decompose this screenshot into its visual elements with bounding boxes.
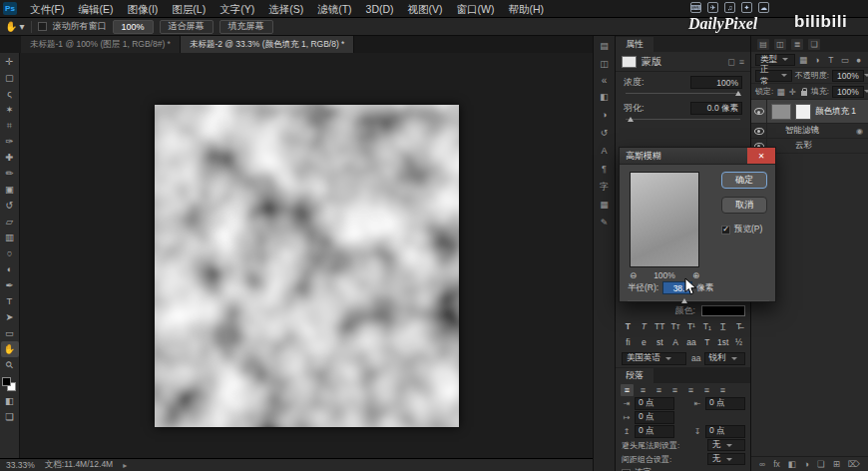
panel-menu-icon[interactable]: ≡ — [739, 57, 744, 67]
glyphs-panel-icon[interactable]: 字 — [597, 180, 613, 194]
clouds-filter-label[interactable]: 云彩 — [795, 140, 812, 152]
healing-brush-tool[interactable]: ✚ — [1, 150, 19, 166]
mask-mode-icon[interactable]: ◻ — [727, 57, 734, 67]
document-tab-untitled2[interactable]: 未标题-2 @ 33.3% (颜色填充 1, RGB/8) * — [181, 36, 355, 53]
filter-pixel-layers-icon[interactable]: ▦ — [798, 55, 809, 65]
collapse-panels-icon[interactable]: « — [602, 75, 608, 86]
opacity-select[interactable]: 100% — [832, 70, 864, 82]
paths-tab-icon[interactable]: ≣ — [791, 39, 803, 50]
swatches-panel-icon[interactable]: ▦ — [597, 198, 613, 212]
visibility-cell[interactable] — [751, 124, 767, 138]
lock-position-icon[interactable]: ✛ — [788, 87, 797, 97]
move-tool[interactable]: ✛ — [1, 54, 19, 70]
underline-button[interactable]: T̲ — [716, 319, 729, 333]
menu-filter[interactable]: 滤镜(T) — [310, 0, 358, 18]
menu-type[interactable]: 文字(Y) — [213, 0, 261, 18]
menu-image[interactable]: 图像(I) — [120, 0, 165, 18]
menu-edit[interactable]: 编辑(E) — [71, 0, 120, 18]
cancel-button[interactable]: 取消 — [721, 197, 767, 214]
density-slider-thumb[interactable] — [735, 91, 741, 96]
ok-button[interactable]: 确定 — [721, 172, 767, 189]
paragraph-styles-panel-icon[interactable]: ¶ — [597, 162, 613, 176]
lock-transparency-icon[interactable]: ▦ — [776, 87, 785, 97]
foreground-color-swatch[interactable] — [2, 377, 11, 386]
zoom-100-button[interactable]: 100% — [113, 20, 154, 34]
justify-last-right-button[interactable]: ≡ — [700, 384, 713, 396]
justify-last-left-button[interactable]: ≡ — [668, 384, 681, 396]
screen-mode-button[interactable]: ❏ — [1, 409, 19, 425]
visibility-cell[interactable] — [751, 100, 767, 123]
layer-name[interactable]: 颜色填充 1 — [815, 106, 856, 118]
fill-select[interactable]: 100% — [832, 86, 864, 98]
eraser-tool[interactable]: ▱ — [1, 214, 19, 230]
feather-input[interactable]: 0.0 像素 — [690, 102, 742, 115]
document-image[interactable] — [155, 105, 459, 427]
filter-shape-layers-icon[interactable]: ▭ — [839, 55, 850, 65]
layer-row-color-fill[interactable]: 颜色填充 1 — [751, 100, 868, 124]
filter-type-layers-icon[interactable]: T — [825, 55, 836, 65]
radius-slider-thumb[interactable] — [681, 298, 687, 303]
zoom-level[interactable]: 33.33% — [6, 460, 35, 470]
text-color-swatch[interactable] — [701, 305, 745, 316]
new-adjustment-layer-icon[interactable]: ◑ — [804, 459, 809, 469]
color-panel-icon[interactable]: ◧ — [597, 90, 613, 104]
superscript-button[interactable]: T¹ — [685, 319, 698, 333]
character-styles-panel-icon[interactable]: A — [597, 144, 613, 158]
new-group-icon[interactable]: ❏ — [817, 459, 825, 469]
clone-stamp-tool[interactable]: ▣ — [1, 182, 19, 198]
feather-slider-thumb[interactable] — [628, 117, 634, 122]
tab-paragraph[interactable]: 段落 — [616, 368, 653, 383]
align-left-button[interactable]: ≡ — [621, 384, 634, 396]
quick-selection-tool[interactable]: ✶ — [1, 102, 19, 118]
density-slider[interactable] — [626, 90, 740, 98]
feather-slider[interactable] — [626, 116, 740, 124]
language-select[interactable]: 美国英语 — [622, 352, 686, 365]
small-caps-button[interactable]: Tт — [669, 319, 682, 333]
first-line-indent-input[interactable]: 0 点 — [635, 411, 674, 424]
space-before-input[interactable]: 0 点 — [635, 425, 674, 438]
color-swatches[interactable] — [2, 377, 18, 393]
anti-alias-select[interactable]: 锐利 — [704, 352, 745, 365]
blur-preview-thumbnail[interactable] — [630, 172, 699, 267]
delete-layer-icon[interactable]: ⌦ — [848, 459, 860, 469]
strikethrough-button[interactable]: T̶ — [732, 319, 745, 333]
justify-last-center-button[interactable]: ≡ — [684, 384, 697, 396]
menu-select[interactable]: 选择(S) — [261, 0, 310, 18]
hand-tool[interactable]: ✋ — [1, 341, 19, 357]
smart-filter-badge-icon[interactable]: ◉ — [856, 127, 863, 136]
add-mask-icon[interactable]: ◧ — [788, 459, 796, 469]
channels-tab-icon[interactable]: ◫ — [774, 39, 786, 50]
fractions-button[interactable]: ½ — [732, 335, 745, 349]
lasso-tool[interactable]: ς — [1, 86, 19, 102]
mojikumi-select[interactable]: 无 — [707, 453, 745, 465]
all-caps-button[interactable]: TT — [653, 319, 666, 333]
menu-window[interactable]: 窗口(W) — [450, 0, 502, 18]
adjustments-panel-icon[interactable]: ◑ — [597, 108, 613, 122]
eyedropper-tool[interactable]: ✑ — [1, 134, 19, 150]
ligatures-button[interactable]: fi — [622, 335, 635, 349]
filter-smart-objects-icon[interactable]: ● — [853, 55, 864, 65]
brush-tool[interactable]: ✏ — [1, 166, 19, 182]
gradient-tool[interactable]: ▥ — [1, 230, 19, 245]
status-options-arrow-icon[interactable]: ▸ — [123, 461, 127, 470]
libraries-tab-icon[interactable]: ❏ — [808, 39, 820, 50]
path-selection-tool[interactable]: ➤ — [1, 309, 19, 325]
align-right-button[interactable]: ≡ — [652, 384, 665, 396]
titling-alternates-button[interactable]: T — [700, 335, 713, 349]
layer-mask-thumbnail[interactable] — [795, 104, 811, 120]
zoom-out-icon[interactable]: ⊖ — [630, 270, 637, 280]
scroll-all-windows-checkbox[interactable] — [38, 22, 47, 31]
new-layer-icon[interactable]: ⊞ — [833, 459, 840, 469]
subscript-button[interactable]: T₁ — [700, 319, 713, 333]
fit-screen-button[interactable]: 适合屏幕 — [160, 20, 214, 34]
quick-mask-button[interactable]: ◧ — [1, 393, 19, 409]
mask-thumbnail-icon[interactable] — [622, 56, 637, 68]
menu-3d[interactable]: 3D(D) — [359, 0, 401, 18]
indent-right-input[interactable]: 0 点 — [705, 397, 745, 410]
smart-filter-label[interactable]: 智能滤镜 — [785, 125, 819, 137]
type-tool[interactable]: T — [1, 293, 19, 309]
density-input[interactable]: 100% — [690, 76, 742, 89]
menu-layer[interactable]: 图层(L) — [165, 0, 213, 18]
stylistic-alternates-button[interactable]: aa — [685, 335, 698, 349]
dialog-close-button[interactable]: ✕ — [747, 148, 775, 164]
